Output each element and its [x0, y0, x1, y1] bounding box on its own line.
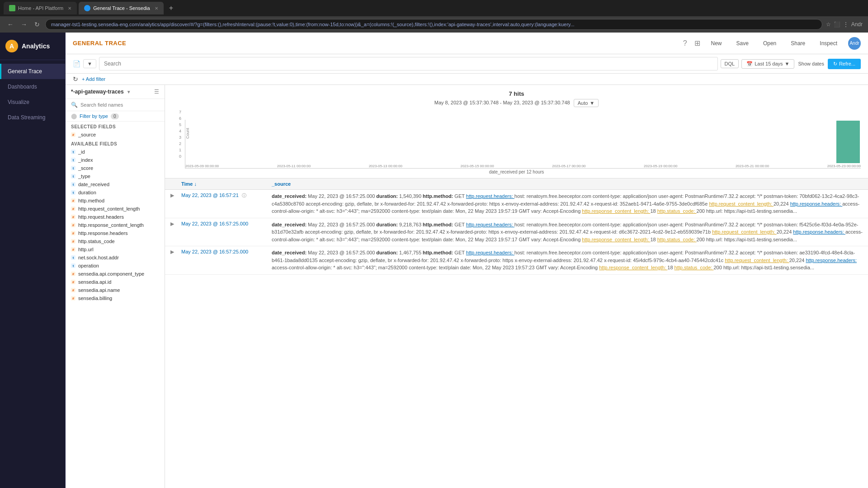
table-row: ▶ May 22, 2023 @ 16:57:21 ⓘ date_receive… [165, 190, 868, 218]
field-req-headers[interactable]: # http.request.headers [66, 213, 165, 221]
refresh-button[interactable]: ↻ Refre... [828, 59, 861, 69]
key-date-2: date_received: [272, 250, 308, 255]
back-button[interactable]: ← [5, 20, 15, 29]
new-tab-button[interactable]: + [165, 4, 177, 12]
tab-trace[interactable]: General Trace - Sensedia ✕ [79, 2, 163, 14]
grid-icon[interactable]: ⊞ [694, 39, 700, 47]
tab-home[interactable]: Home - API Platform ✕ [4, 2, 77, 14]
field-name-url: http.url [78, 247, 94, 252]
chart-bar-27 [836, 121, 860, 163]
search-bar[interactable] [99, 57, 718, 70]
inspect-button[interactable]: Inspect [816, 38, 841, 48]
field-name-date: date_received [78, 182, 109, 187]
nav-menu-icon[interactable]: ⋮ [843, 21, 849, 28]
forward-button[interactable]: → [19, 20, 29, 29]
nav-star-icon[interactable]: ☆ [826, 21, 831, 28]
filter-by-type-icon: ⬤ [71, 113, 77, 119]
show-dates-button[interactable]: Show dates [798, 61, 824, 66]
field-req-len[interactable]: # http.request_content_length [66, 205, 165, 213]
field-type-resp-hdr-icon: # [71, 231, 75, 235]
field-name-net: net.sock.host.addr [78, 255, 119, 260]
field-type-score-icon: t [71, 166, 75, 170]
collapse-icon[interactable]: ☰ [154, 89, 159, 95]
top-bar-right: ? ⊞ New Save Open Share Inspect Andr [683, 37, 861, 50]
sidebar-item-general-trace[interactable]: General Trace [0, 64, 65, 79]
sidebar-item-dashboards[interactable]: Dashboards [0, 79, 65, 94]
chevron-down-icon: ▼ [87, 61, 92, 66]
col-source-header[interactable]: _source [272, 181, 863, 187]
field-resp-len[interactable]: # http.response_content_length [66, 221, 165, 229]
add-filter-button[interactable]: + Add filter [82, 76, 105, 82]
row-expand-1[interactable]: ▶ [170, 221, 181, 227]
field-component-type[interactable]: # sensedia.api.component_type [66, 270, 165, 278]
chevron-down-date-icon: ▼ [785, 61, 790, 66]
browser-chrome: Home - API Platform ✕ General Trace - Se… [0, 0, 868, 33]
sidebar-item-data-streaming[interactable]: Data Streaming [0, 110, 65, 125]
field-name-resp-hdr: http.response.headers [78, 230, 127, 236]
field-id[interactable]: t _id [66, 148, 165, 156]
open-button[interactable]: Open [760, 38, 780, 48]
date-range-button[interactable]: 📅 Last 15 days ▼ [741, 59, 794, 69]
tab-close-home[interactable]: ✕ [68, 6, 71, 11]
save-button[interactable]: Save [733, 38, 752, 48]
field-status-code[interactable]: # http.status_code [66, 237, 165, 245]
new-button[interactable]: New [708, 38, 726, 48]
row-info-icon-0[interactable]: ⓘ [242, 193, 246, 198]
field-name-type: _type [78, 174, 90, 179]
reload-button[interactable]: ↻ [33, 20, 42, 29]
field-name-index: _index [78, 157, 93, 163]
view-dropdown[interactable]: ▼ [83, 59, 96, 68]
field-http-url[interactable]: # http.url [66, 245, 165, 253]
sidebar-logo-text: Analytics [22, 42, 50, 50]
field-http-method[interactable]: # http.method [66, 197, 165, 205]
table-row: ▶ May 22, 2023 @ 16:57:25.000 date_recei… [165, 246, 868, 275]
field-api-name[interactable]: # sensedia.api.name [66, 286, 165, 294]
user-avatar[interactable]: Andr [848, 37, 861, 50]
field-duration[interactable]: t duration [66, 188, 165, 197]
filter-by-type-label: Filter by type [80, 113, 108, 119]
share-button[interactable]: Share [787, 38, 809, 48]
field-search[interactable]: 🔍 [66, 99, 165, 111]
row-expand-0[interactable]: ▶ [170, 192, 181, 198]
sidebar-item-visualize[interactable]: Visualize [0, 94, 65, 110]
x-label-2: 2023-05-13 00:00:00 [369, 164, 402, 168]
field-name-op: operation [78, 263, 99, 268]
filter-by-type[interactable]: ⬤ Filter by type 0 [66, 111, 165, 122]
field-date-received[interactable]: t date_received [66, 180, 165, 188]
y-label-7: 7 [179, 110, 181, 114]
field-resp-headers[interactable]: # http.response.headers [66, 229, 165, 237]
filter-refresh-icon[interactable]: ↻ [73, 75, 78, 83]
selected-field-source[interactable]: # _source [66, 131, 165, 139]
col-time-header[interactable]: Time ↓ [181, 181, 272, 187]
tab-close-trace[interactable]: ✕ [155, 6, 158, 11]
field-type-http-icon: # [71, 198, 75, 203]
url-bar[interactable]: manager-tst1-testing.sensedia-eng.com/an… [45, 19, 822, 30]
field-type[interactable]: t _type [66, 172, 165, 180]
left-panel: *-api-gateway-traces ▼ ☰ 🔍 ⬤ Filter by t… [66, 85, 165, 488]
doc-icon: 📄 [73, 60, 80, 67]
field-search-input[interactable] [80, 102, 159, 108]
row-expand-2[interactable]: ▶ [170, 249, 181, 255]
tab-favicon-home [9, 5, 15, 11]
field-name-source: _source [78, 132, 96, 137]
y-label-2: 2 [179, 141, 181, 146]
auto-select-button[interactable]: Auto ▼ [574, 99, 599, 107]
field-net-sock[interactable]: t net.sock.host.addr [66, 253, 165, 262]
help-icon[interactable]: ? [683, 39, 687, 47]
search-input[interactable] [104, 61, 713, 67]
field-score[interactable]: t _score [66, 164, 165, 172]
dql-button[interactable]: DQL [721, 59, 739, 68]
field-index[interactable]: t _index [66, 156, 165, 164]
field-type-status-icon: # [71, 239, 75, 244]
chart-wrapper: 7 6 5 4 3 2 1 0 Count [172, 110, 861, 169]
field-billing[interactable]: # sensedia.billing [66, 294, 165, 302]
field-name-billing: sensedia.billing [78, 296, 112, 301]
y-label-0: 0 [179, 154, 181, 159]
key-date-0: date_received: [272, 193, 308, 199]
nav-ext-icon[interactable]: ⬛ [834, 21, 840, 28]
index-selector[interactable]: *-api-gateway-traces ▼ ☰ [66, 85, 165, 99]
sidebar-item-label-0: General Trace [8, 68, 42, 75]
field-api-id[interactable]: # sensedia.api.id [66, 278, 165, 286]
field-operation[interactable]: t operation [66, 262, 165, 270]
field-list: Selected fields # _source Available fiel… [66, 122, 165, 488]
